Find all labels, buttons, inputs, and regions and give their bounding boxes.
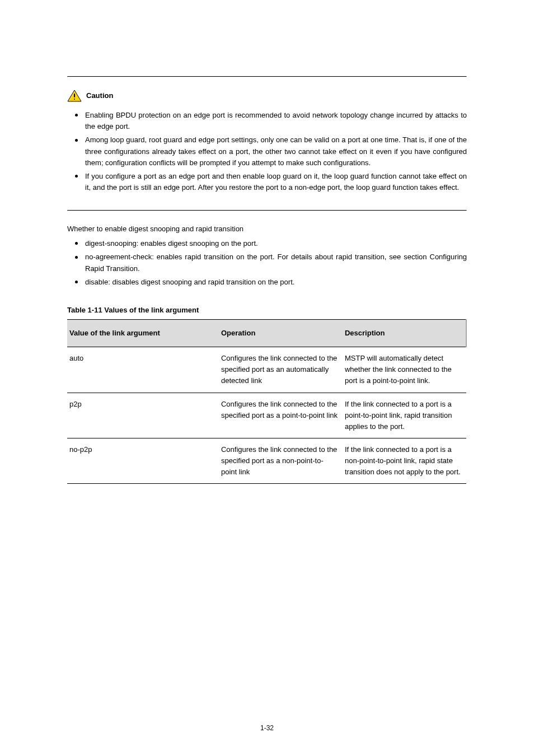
link-argument-table: Value of the link argument Operation Des…	[67, 319, 467, 484]
list-item-text: Enabling BPDU protection on an edge port…	[85, 111, 467, 130]
caution-bullet-list: Enabling BPDU protection on an edge port…	[67, 110, 467, 210]
list-item: Enabling BPDU protection on an edge port…	[69, 110, 467, 132]
list-item: digest-snooping: enables digest snooping…	[69, 238, 467, 249]
list-item: Among loop guard, root guard and edge po…	[69, 134, 467, 168]
intro-paragraph: Whether to enable digest snooping and ra…	[67, 223, 467, 235]
page-number: 1-32	[0, 723, 534, 734]
table-row: auto Configures the link connected to th…	[67, 347, 466, 393]
table-cell: If the link connected to a port is a poi…	[343, 393, 466, 438]
list-item-text: disable: disables digest snooping and ra…	[85, 278, 294, 286]
feature-bullet-list: digest-snooping: enables digest snooping…	[67, 238, 467, 288]
table-cell: Configures the link connected to the spe…	[219, 393, 343, 438]
list-item: no-agreement-check: enables rapid transi…	[69, 251, 467, 274]
list-item: disable: disables digest snooping and ra…	[69, 277, 467, 288]
table-caption: Table 1-11 Values of the link argument	[67, 305, 467, 316]
table-cell: Configures the link connected to the spe…	[219, 438, 343, 483]
caution-block: Caution	[67, 77, 467, 108]
table-cell: auto	[67, 347, 219, 393]
col-header: Description	[343, 319, 466, 347]
list-item-text: digest-snooping: enables digest snooping…	[85, 239, 258, 248]
table-cell: p2p	[67, 393, 219, 438]
list-item: If you configure a port as an edge port …	[69, 171, 467, 193]
svg-rect-2	[74, 99, 75, 100]
list-item-text: Among loop guard, root guard and edge po…	[85, 136, 467, 166]
caution-icon	[67, 90, 82, 102]
caution-label-text: Caution	[86, 90, 113, 101]
table-cell: Configures the link connected to the spe…	[219, 347, 343, 393]
table-header-row: Value of the link argument Operation Des…	[67, 319, 466, 347]
col-header: Operation	[219, 319, 343, 347]
list-item-text: no-agreement-check: enables rapid transi…	[85, 253, 467, 272]
list-item-text: If you configure a port as an edge port …	[85, 172, 467, 192]
table-cell: If the link connected to a port is a non…	[343, 438, 466, 483]
col-header: Value of the link argument	[67, 319, 219, 347]
table-cell: no-p2p	[67, 438, 219, 483]
table-row: p2p Configures the link connected to the…	[67, 393, 466, 438]
svg-rect-1	[74, 94, 75, 97]
table-cell: MSTP will automatically detect whether t…	[343, 347, 466, 393]
caution-heading: Caution	[67, 90, 113, 102]
table-row: no-p2p Configures the link connected to …	[67, 438, 466, 483]
